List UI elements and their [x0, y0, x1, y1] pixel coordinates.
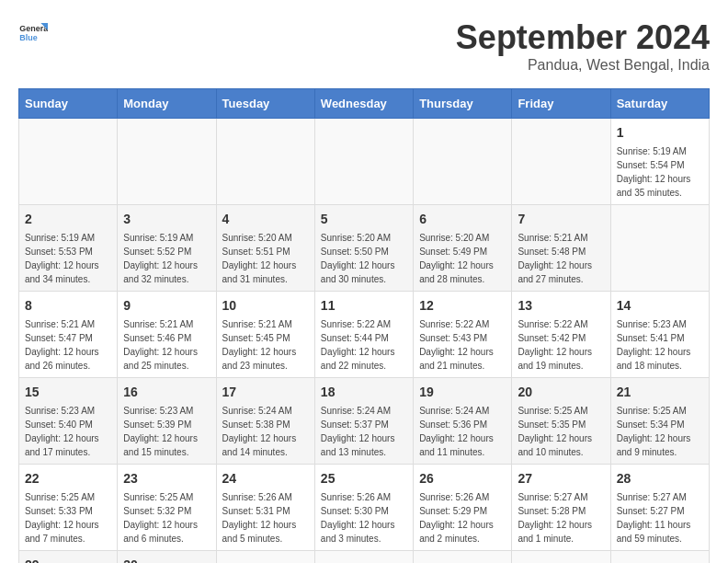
location-subtitle: Pandua, West Bengal, India — [456, 57, 710, 74]
calendar-cell: 28 Sunrise: 5:27 AM Sunset: 5:27 PM Dayl… — [610, 465, 709, 551]
calendar-cell — [19, 119, 118, 205]
logo: General Blue — [18, 18, 48, 48]
daylight-text: Daylight: 12 hours — [25, 520, 99, 530]
calendar-cell: 26 Sunrise: 5:26 AM Sunset: 5:29 PM Dayl… — [414, 465, 512, 551]
calendar-cell: 8 Sunrise: 5:21 AM Sunset: 5:47 PM Dayli… — [19, 292, 118, 378]
daylight-text-cont: and 1 minute. — [518, 534, 574, 544]
sunset-text: Sunset: 5:43 PM — [419, 333, 487, 343]
sunrise-text: Sunrise: 5:21 AM — [25, 319, 95, 329]
day-number: 7 — [518, 210, 604, 229]
daylight-text-cont: and 21 minutes. — [419, 361, 484, 371]
sunrise-text: Sunrise: 5:26 AM — [222, 492, 292, 502]
daylight-text: Daylight: 12 hours — [222, 260, 297, 270]
daylight-text-cont: and 9 minutes. — [617, 447, 677, 457]
day-number: 11 — [321, 296, 407, 316]
daylight-text-cont: and 26 minutes. — [25, 361, 90, 371]
calendar-cell: 27 Sunrise: 5:27 AM Sunset: 5:28 PM Dayl… — [512, 465, 610, 551]
day-number: 22 — [25, 469, 111, 488]
day-number: 6 — [419, 210, 506, 229]
calendar-cell: 16 Sunrise: 5:23 AM Sunset: 5:39 PM Dayl… — [118, 378, 216, 465]
sunset-text: Sunset: 5:40 PM — [25, 419, 93, 430]
sunrise-text: Sunrise: 5:24 AM — [222, 406, 292, 416]
daylight-text-cont: and 6 minutes. — [123, 534, 184, 544]
day-number: 15 — [25, 383, 111, 402]
calendar-cell: 2 Sunrise: 5:19 AM Sunset: 5:53 PM Dayli… — [19, 205, 118, 292]
day-number: 2 — [25, 210, 111, 229]
calendar-cell — [512, 119, 610, 205]
sunrise-text: Sunrise: 5:20 AM — [419, 233, 489, 243]
daylight-text-cont: and 34 minutes. — [25, 274, 90, 284]
sunrise-text: Sunrise: 5:26 AM — [321, 492, 391, 502]
day-number: 17 — [222, 383, 309, 402]
sunrise-text: Sunrise: 5:22 AM — [419, 319, 489, 329]
sunset-text: Sunset: 5:39 PM — [123, 419, 191, 430]
day-number: 8 — [25, 296, 111, 316]
sunset-text: Sunset: 5:53 PM — [25, 247, 93, 257]
sunrise-text: Sunrise: 5:22 AM — [321, 319, 391, 329]
day-info: Sunrise: 5:26 AM Sunset: 5:29 PM Dayligh… — [419, 490, 506, 546]
daylight-text: Daylight: 12 hours — [25, 433, 99, 443]
day-number: 1 — [617, 123, 703, 143]
calendar-cell: 14 Sunrise: 5:23 AM Sunset: 5:41 PM Dayl… — [610, 292, 709, 378]
day-info: Sunrise: 5:27 AM Sunset: 5:27 PM Dayligh… — [617, 490, 703, 546]
sunset-text: Sunset: 5:47 PM — [25, 333, 93, 343]
daylight-text: Daylight: 12 hours — [518, 260, 592, 270]
daylight-text-cont: and 13 minutes. — [321, 447, 386, 457]
day-info: Sunrise: 5:26 AM Sunset: 5:31 PM Dayligh… — [222, 490, 309, 546]
daylight-text-cont: and 35 minutes. — [617, 188, 682, 198]
sunrise-text: Sunrise: 5:21 AM — [518, 233, 587, 243]
day-number: 29 — [25, 556, 111, 563]
day-number: 19 — [419, 383, 506, 402]
calendar-week-row: 8 Sunrise: 5:21 AM Sunset: 5:47 PM Dayli… — [19, 292, 710, 378]
daylight-text: Daylight: 12 hours — [321, 433, 395, 443]
calendar-cell: 7 Sunrise: 5:21 AM Sunset: 5:48 PM Dayli… — [512, 205, 610, 292]
daylight-text: Daylight: 12 hours — [419, 260, 494, 270]
daylight-text-cont: and 15 minutes. — [123, 447, 188, 457]
sunset-text: Sunset: 5:27 PM — [617, 506, 685, 516]
calendar-week-row: 2 Sunrise: 5:19 AM Sunset: 5:53 PM Dayli… — [19, 205, 710, 292]
daylight-text: Daylight: 12 hours — [123, 433, 198, 443]
month-year-title: September 2024 — [456, 18, 710, 57]
day-info: Sunrise: 5:19 AM Sunset: 5:53 PM Dayligh… — [25, 231, 111, 286]
day-info: Sunrise: 5:25 AM Sunset: 5:32 PM Dayligh… — [123, 490, 210, 546]
daylight-text-cont: and 27 minutes. — [518, 274, 583, 284]
header: General Blue September 2024 Pandua, West… — [18, 18, 710, 74]
calendar-cell: 18 Sunrise: 5:24 AM Sunset: 5:37 PM Dayl… — [314, 378, 413, 465]
daylight-text-cont: and 2 minutes. — [419, 534, 480, 544]
calendar-cell: 10 Sunrise: 5:21 AM Sunset: 5:45 PM Dayl… — [216, 292, 314, 378]
sunset-text: Sunset: 5:30 PM — [321, 506, 389, 516]
daylight-text: Daylight: 11 hours — [617, 520, 691, 530]
sunrise-text: Sunrise: 5:26 AM — [419, 492, 489, 502]
sunrise-text: Sunrise: 5:19 AM — [123, 233, 193, 243]
daylight-text: Daylight: 12 hours — [518, 347, 592, 357]
daylight-text: Daylight: 12 hours — [123, 520, 198, 530]
sunrise-text: Sunrise: 5:19 AM — [617, 146, 687, 156]
sunset-text: Sunset: 5:48 PM — [518, 247, 586, 257]
day-number: 20 — [518, 383, 604, 402]
sunrise-text: Sunrise: 5:23 AM — [617, 319, 687, 329]
calendar-week-row: 29 Sunrise: 5:27 AM Sunset: 5:26 PM Dayl… — [19, 551, 710, 564]
calendar-cell: 12 Sunrise: 5:22 AM Sunset: 5:43 PM Dayl… — [414, 292, 512, 378]
calendar-cell — [512, 551, 610, 564]
sunset-text: Sunset: 5:46 PM — [123, 333, 191, 343]
daylight-text: Daylight: 12 hours — [321, 260, 395, 270]
sunrise-text: Sunrise: 5:23 AM — [25, 406, 95, 416]
daylight-text-cont: and 32 minutes. — [123, 274, 188, 284]
calendar-cell: 5 Sunrise: 5:20 AM Sunset: 5:50 PM Dayli… — [314, 205, 413, 292]
daylight-text-cont: and 19 minutes. — [518, 361, 583, 371]
daylight-text: Daylight: 12 hours — [123, 347, 198, 357]
sunset-text: Sunset: 5:33 PM — [25, 506, 93, 516]
day-info: Sunrise: 5:24 AM Sunset: 5:37 PM Dayligh… — [321, 404, 407, 459]
day-info: Sunrise: 5:21 AM Sunset: 5:45 PM Dayligh… — [222, 317, 309, 373]
day-info: Sunrise: 5:20 AM Sunset: 5:49 PM Dayligh… — [419, 231, 506, 286]
daylight-text-cont: and 11 minutes. — [419, 447, 484, 457]
sunrise-text: Sunrise: 5:20 AM — [222, 233, 292, 243]
sunrise-text: Sunrise: 5:20 AM — [321, 233, 391, 243]
sunrise-text: Sunrise: 5:25 AM — [518, 406, 587, 416]
calendar-cell — [314, 551, 413, 564]
sunset-text: Sunset: 5:41 PM — [617, 333, 685, 343]
day-info: Sunrise: 5:21 AM Sunset: 5:46 PM Dayligh… — [123, 317, 210, 373]
header-saturday: Saturday — [610, 89, 709, 119]
calendar-cell: 9 Sunrise: 5:21 AM Sunset: 5:46 PM Dayli… — [118, 292, 216, 378]
day-info: Sunrise: 5:25 AM Sunset: 5:35 PM Dayligh… — [518, 404, 604, 459]
